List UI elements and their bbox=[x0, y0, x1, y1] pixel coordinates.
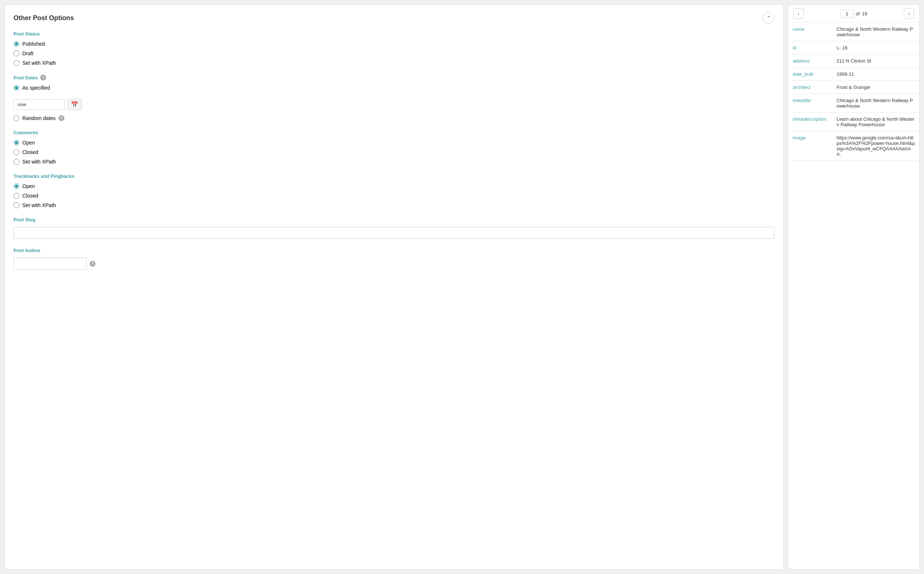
trackbacks-closed[interactable]: Closed bbox=[14, 193, 774, 199]
post-dates-as-specified-radio[interactable] bbox=[14, 85, 19, 91]
trackbacks-open[interactable]: Open bbox=[14, 183, 774, 189]
comments-closed[interactable]: Closed bbox=[14, 149, 774, 155]
comments-open-label: Open bbox=[22, 140, 35, 146]
page-indicator: 1 of 19 bbox=[840, 9, 867, 18]
post-status-xpath[interactable]: Set with XPath bbox=[14, 60, 774, 66]
post-status-section: Post Status Published Draft Set with XPa… bbox=[14, 31, 774, 66]
trackbacks-section: Trackbacks and Pingbacks Open Closed Set… bbox=[14, 173, 774, 208]
panel-header: Other Post Options ⌃ bbox=[14, 12, 774, 24]
table-value: Learn about Chicago & North Western Rail… bbox=[832, 113, 919, 131]
post-dates-help-icon[interactable]: ? bbox=[40, 75, 46, 80]
post-slug-label: Post Slug bbox=[14, 217, 774, 222]
comments-section: Comments Open Closed Set with XPath bbox=[14, 130, 774, 165]
table-value: Frost & Granger bbox=[832, 81, 919, 94]
table-key: metadescription bbox=[788, 113, 832, 131]
post-status-xpath-label: Set with XPath bbox=[22, 60, 56, 66]
table-key: id bbox=[788, 41, 832, 55]
post-dates-random-label: Random dates bbox=[22, 115, 56, 121]
table-value: 1909-11 bbox=[832, 68, 919, 81]
navigation-bar: ‹ 1 of 19 › bbox=[788, 5, 919, 23]
table-row: metadescriptionLearn about Chicago & Nor… bbox=[788, 113, 919, 131]
comments-open-radio[interactable] bbox=[14, 140, 19, 146]
comments-open[interactable]: Open bbox=[14, 140, 774, 146]
post-author-help-icon[interactable]: ? bbox=[90, 261, 96, 267]
trackbacks-xpath-radio[interactable] bbox=[14, 202, 19, 208]
table-key: architect bbox=[788, 81, 832, 94]
next-button[interactable]: › bbox=[904, 8, 914, 19]
trackbacks-closed-label: Closed bbox=[22, 193, 38, 199]
post-dates-section: Post Dates ? As specified 📅 Random dates… bbox=[14, 75, 774, 121]
comments-closed-label: Closed bbox=[22, 149, 38, 155]
post-author-label: Post Author bbox=[14, 248, 774, 253]
comments-xpath-radio[interactable] bbox=[14, 159, 19, 165]
trackbacks-xpath[interactable]: Set with XPath bbox=[14, 202, 774, 208]
previous-button[interactable]: ‹ bbox=[793, 8, 804, 19]
post-status-xpath-radio[interactable] bbox=[14, 60, 19, 66]
trackbacks-closed-radio[interactable] bbox=[14, 193, 19, 199]
panel-title: Other Post Options bbox=[14, 14, 74, 22]
table-row: date_built1909-11 bbox=[788, 68, 919, 81]
table-row: architectFrost & Granger bbox=[788, 81, 919, 94]
trackbacks-label: Trackbacks and Pingbacks bbox=[14, 173, 774, 179]
post-author-input[interactable] bbox=[14, 257, 87, 270]
post-status-published-radio[interactable] bbox=[14, 41, 19, 47]
table-row: nameChicago & North Western Railway Powe… bbox=[788, 23, 919, 41]
data-table: nameChicago & North Western Railway Powe… bbox=[788, 23, 919, 161]
post-dates-random-help-icon[interactable]: ? bbox=[58, 115, 65, 121]
date-input-row: 📅 bbox=[14, 99, 774, 110]
table-key: metatitle bbox=[788, 94, 832, 113]
date-input[interactable] bbox=[14, 99, 65, 110]
of-label: of bbox=[856, 11, 859, 16]
table-row: address211 N Clinton St bbox=[788, 55, 919, 68]
post-dates-as-specified[interactable]: As specified bbox=[14, 85, 774, 91]
post-status-published[interactable]: Published bbox=[14, 41, 774, 47]
comments-label: Comments bbox=[14, 130, 774, 136]
table-key: date_built bbox=[788, 68, 832, 81]
comments-closed-radio[interactable] bbox=[14, 149, 19, 155]
table-row: metatitleChicago & North Western Railway… bbox=[788, 94, 919, 113]
comments-xpath-label: Set with XPath bbox=[22, 159, 56, 165]
trackbacks-open-radio[interactable] bbox=[14, 183, 19, 189]
comments-radio-group: Open Closed Set with XPath bbox=[14, 140, 774, 165]
total-pages: 19 bbox=[862, 11, 867, 16]
trackbacks-radio-group: Open Closed Set with XPath bbox=[14, 183, 774, 208]
post-dates-radio-group: As specified 📅 Random dates ? bbox=[14, 85, 774, 121]
post-status-label: Post Status bbox=[14, 31, 774, 36]
table-value: L- 16 bbox=[832, 41, 919, 55]
post-status-radio-group: Published Draft Set with XPath bbox=[14, 41, 774, 66]
post-dates-random-radio[interactable] bbox=[14, 115, 19, 121]
comments-xpath[interactable]: Set with XPath bbox=[14, 159, 774, 165]
trackbacks-xpath-label: Set with XPath bbox=[22, 202, 56, 208]
post-author-section: Post Author ? bbox=[14, 248, 774, 270]
right-panel: ‹ 1 of 19 › nameChicago & North Western … bbox=[788, 5, 919, 569]
table-key: name bbox=[788, 23, 832, 41]
post-dates-label: Post Dates ? bbox=[14, 75, 774, 80]
post-status-draft-radio[interactable] bbox=[14, 50, 19, 56]
post-dates-random[interactable]: Random dates ? bbox=[14, 115, 774, 121]
table-key: address bbox=[788, 55, 832, 68]
post-slug-section: Post Slug bbox=[14, 217, 774, 239]
trackbacks-open-label: Open bbox=[22, 183, 35, 189]
table-value: Chicago & North Western Railway Powerhou… bbox=[832, 94, 919, 113]
left-panel: Other Post Options ⌃ Post Status Publish… bbox=[5, 5, 784, 569]
table-key: image bbox=[788, 131, 832, 161]
table-row: idL- 16 bbox=[788, 41, 919, 55]
table-value: 211 N Clinton St bbox=[832, 55, 919, 68]
calendar-button[interactable]: 📅 bbox=[68, 99, 82, 110]
collapse-button[interactable]: ⌃ bbox=[763, 12, 774, 24]
table-value: https://www.google.com/sa=i&url=https%3A… bbox=[832, 131, 919, 161]
table-row: imagehttps://www.google.com/sa=i&url=htt… bbox=[788, 131, 919, 161]
post-author-row: ? bbox=[14, 257, 774, 270]
table-value: Chicago & North Western Railway Powerhou… bbox=[832, 23, 919, 41]
post-status-draft-label: Draft bbox=[22, 50, 33, 56]
post-status-draft[interactable]: Draft bbox=[14, 50, 774, 56]
post-status-published-label: Published bbox=[22, 41, 45, 47]
post-dates-as-specified-label: As specified bbox=[22, 85, 50, 91]
post-slug-input[interactable] bbox=[14, 227, 774, 239]
current-page[interactable]: 1 bbox=[840, 9, 853, 18]
